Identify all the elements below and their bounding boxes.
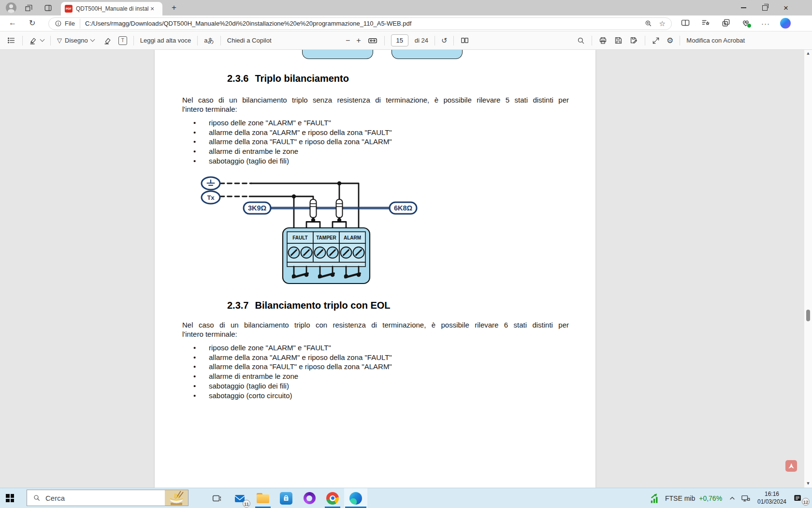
section-heading: 2.3.6Triplo bilanciamento [227,73,349,84]
taskbar-search[interactable]: Cerca [27,490,188,506]
page-total-label: di 24 [415,37,428,44]
zoom-in-button[interactable]: + [356,37,361,45]
bullet-item: sabotaggio (taglio dei fili) [182,156,569,166]
scrollbar-thumb[interactable] [806,310,810,321]
back-button[interactable]: ← [9,18,16,27]
tab-close-icon[interactable]: × [150,5,154,12]
bullet-item: allarme della zona "ALARM" e riposo dell… [182,128,569,137]
browser-tab[interactable]: PDF QDT500H_Manuale di installazio × [61,2,162,15]
pdf-page: 2.3.6Triplo bilanciamento Nel caso di un… [155,50,595,488]
stock-widget[interactable]: FTSE mib +0,76% [650,493,722,504]
resistor-left-label: 3K9Ω [248,204,267,212]
zoom-page-icon[interactable] [644,19,652,28]
window-minimize-button[interactable] [733,0,754,15]
collections-icon[interactable] [721,18,731,28]
divider [384,36,385,45]
wiring-diagram: Tx 3K9Ω 6K8Ω [197,175,420,287]
chevron-down-icon[interactable] [40,37,45,42]
acrobat-icon [787,462,795,470]
window-restore-button[interactable] [754,0,775,15]
bing-daily-image[interactable] [165,490,188,506]
zoom-out-button[interactable]: − [346,37,350,45]
favorite-icon[interactable]: ☆ [659,20,666,27]
status-dot [747,23,752,28]
chevron-down-icon[interactable] [90,37,95,42]
read-aloud-button[interactable]: Leggi ad alta voce [140,37,191,44]
desktop: PDF QDT500H_Manuale di installazio × + ×… [0,0,812,508]
tab-title: QDT500H_Manuale di installazio [76,5,148,12]
edit-with-acrobat-button[interactable]: Modifica con Acrobat [686,37,745,44]
terminal-label-alarm: ALARM [344,235,361,240]
save-as-button[interactable] [629,36,638,45]
pdf-toolbar: ▽ Disegno T Leggi ad alta voce aあ Chiedi… [0,31,812,50]
highlighter-tool[interactable] [29,36,44,45]
scroll-down-icon[interactable]: ▼ [804,480,812,487]
section-paragraph: Nel caso di un bilanciamento triplo senz… [182,96,569,114]
print-button[interactable] [598,36,608,45]
window-close-button[interactable]: × [775,0,797,15]
stock-change: +0,76% [699,494,722,502]
rotate-button[interactable]: ↺ [441,37,448,44]
ask-copilot-button[interactable]: Chiedi a Copilot [227,37,272,44]
hidden-icons-chevron[interactable] [729,495,736,502]
open-in-acrobat-button[interactable] [785,460,797,472]
favorites-icon[interactable] [701,18,710,28]
draw-label: Disegno [65,37,88,44]
clock[interactable]: 16:16 01/03/2024 [753,490,791,506]
taskbar-mail[interactable]: 11 [228,488,251,508]
save-button[interactable] [614,36,623,45]
divider [220,36,221,45]
sidebar-toggle-icon[interactable] [44,3,53,13]
taskbar-edge[interactable] [344,488,367,508]
fit-width-button[interactable] [367,35,378,46]
mail-badge: 11 [243,500,250,508]
search-document-icon[interactable] [577,36,585,45]
site-label: File [65,20,75,27]
settings-more-icon[interactable]: ··· [761,19,770,28]
action-center-button[interactable]: 12 [793,493,808,504]
refresh-button[interactable]: ↻ [29,18,35,28]
page-view-button[interactable] [460,36,469,45]
page-number-input[interactable] [391,34,408,46]
bullet-item: allarme della zona "FAULT" e riposo dell… [182,137,569,147]
taskbar-store[interactable] [275,488,298,508]
draw-tool[interactable]: ▽ Disegno [57,37,94,44]
scrollbar[interactable]: ▲ ▼ [804,50,812,488]
browser-essentials-icon[interactable] [741,18,751,28]
eraser-tool[interactable] [103,36,112,45]
divider [592,36,592,45]
folder-icon [257,493,269,503]
split-screen-icon[interactable] [681,18,690,28]
scroll-up-icon[interactable]: ▲ [804,50,812,57]
divider [435,36,435,45]
bullet-list: riposo delle zone "ALARM" e "FAULT" alla… [182,343,569,400]
terminal-label-tamper: TAMPER [316,235,336,240]
chrome-icon [326,492,339,505]
notifications-icon [793,493,802,503]
taskbar-microsoft365[interactable] [298,488,321,508]
title-bar: PDF QDT500H_Manuale di installazio × + × [0,0,812,15]
clock-time: 16:16 [753,490,791,498]
table-of-contents-icon[interactable] [7,36,16,45]
translate-button[interactable]: aあ [204,36,214,45]
fullscreen-icon[interactable] [652,36,660,45]
workspaces-icon[interactable] [24,3,33,13]
task-view-button[interactable] [205,488,228,508]
profile-avatar[interactable] [6,2,16,13]
start-button[interactable] [6,494,14,502]
taskbar-file-explorer[interactable] [251,488,275,508]
edge-icon [349,492,362,505]
new-tab-button[interactable]: + [168,3,180,13]
bullet-item: riposo delle zone "ALARM" e "FAULT" [182,118,569,128]
url-text: C:/Users/rmagg/Downloads/QDT500H_Manuale… [85,20,638,27]
copilot-icon[interactable] [780,18,791,29]
site-info-icon[interactable] [55,20,62,27]
address-bar[interactable]: File C:/Users/rmagg/Downloads/QDT500H_Ma… [48,17,672,30]
taskbar-chrome[interactable] [321,488,344,508]
gear-icon[interactable]: ⚙ [667,37,673,45]
network-icon[interactable] [740,493,750,503]
store-icon [280,492,292,505]
bullet-item: allarme di entrambe le zone [182,147,569,156]
text-tool[interactable]: T [118,36,127,45]
close-icon: × [783,4,788,12]
